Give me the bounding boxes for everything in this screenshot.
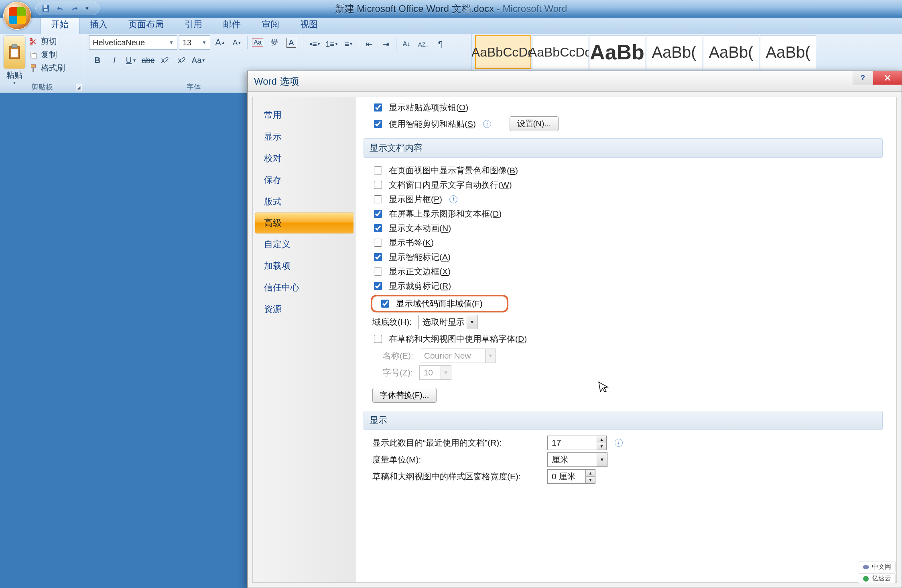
nav-resources[interactable]: 资源 xyxy=(253,298,356,320)
superscript-button[interactable]: x2 xyxy=(173,53,190,67)
opt-bg-image: 在页面视图中显示背景色和图像(B) xyxy=(364,163,883,178)
spin-down-icon[interactable]: ▼ xyxy=(597,443,606,450)
nav-display[interactable]: 显示 xyxy=(253,126,356,148)
settings-button[interactable]: 设置(N)... xyxy=(510,116,559,131)
spin-down-icon[interactable]: ▼ xyxy=(586,477,595,484)
nav-addins[interactable]: 加载项 xyxy=(253,255,356,277)
recent-docs-label: 显示此数目的“最近使用的文档”(R): xyxy=(372,437,541,448)
paste-button[interactable] xyxy=(3,35,26,69)
checkbox-bg-image[interactable] xyxy=(374,166,382,174)
nav-customize[interactable]: 自定义 xyxy=(253,233,356,255)
checkbox-pic-frame[interactable] xyxy=(374,195,382,203)
scissors-icon xyxy=(29,37,38,46)
section-document-content: 显示文档内容 xyxy=(364,138,883,158)
recent-docs-spinner[interactable]: 17▲▼ xyxy=(547,436,607,450)
nav-save[interactable]: 保存 xyxy=(253,169,356,191)
spin-up-icon[interactable]: ▲ xyxy=(586,470,595,477)
tab-mailings[interactable]: 邮件 xyxy=(213,15,251,34)
checkbox-draw-text[interactable] xyxy=(374,210,382,218)
strikethrough-button[interactable]: abc xyxy=(140,53,156,67)
tab-layout[interactable]: 页面布局 xyxy=(118,15,174,34)
clear-format-button[interactable]: Aa xyxy=(249,35,266,50)
sort-button[interactable]: A↓ xyxy=(398,37,415,51)
nav-proofing[interactable]: 校对 xyxy=(253,148,356,169)
redo-icon[interactable] xyxy=(70,4,79,13)
checkbox-text-border[interactable] xyxy=(374,268,382,276)
change-case-button[interactable]: Aa▼ xyxy=(190,53,207,67)
italic-button[interactable]: I xyxy=(106,53,123,67)
checkbox-smart-cutpaste[interactable] xyxy=(374,120,382,128)
qat-dropdown-icon[interactable]: ▼ xyxy=(85,6,89,11)
bold-button[interactable]: B xyxy=(89,53,106,67)
checkbox-wrap[interactable] xyxy=(374,181,382,189)
tab-view[interactable]: 视图 xyxy=(290,15,328,34)
checkbox-smart-tag[interactable] xyxy=(374,253,382,261)
copy-button[interactable]: 复制 xyxy=(29,49,65,60)
style-area-spinner[interactable]: 0 厘米▲▼ xyxy=(547,469,595,484)
nav-general[interactable]: 常用 xyxy=(253,104,356,126)
subscript-button[interactable]: x2 xyxy=(156,53,173,67)
font-name-combo[interactable]: HelveticaNeue▼ xyxy=(89,35,177,50)
copy-icon xyxy=(29,51,38,59)
cloud-logo-icon xyxy=(862,575,869,582)
chevron-down-icon: ▼ xyxy=(467,315,477,329)
checkbox-paste-options[interactable] xyxy=(374,103,382,112)
tab-insert[interactable]: 插入 xyxy=(79,15,118,34)
svg-rect-9 xyxy=(32,53,36,59)
group-clipboard-label: 剪贴板 xyxy=(0,82,84,92)
char-border-button[interactable]: A xyxy=(283,35,300,50)
chevron-down-icon: ▼ xyxy=(202,40,207,45)
format-painter-button[interactable]: 格式刷 xyxy=(29,63,65,73)
nav-format[interactable]: 版式 xyxy=(253,191,356,213)
checkbox-draft-font[interactable] xyxy=(374,335,382,343)
tab-references[interactable]: 引用 xyxy=(174,15,213,34)
style-item-heading1[interactable]: AaBb xyxy=(589,35,645,69)
info-icon[interactable]: i xyxy=(483,120,491,128)
phonetic-guide-button[interactable]: 變 xyxy=(266,35,283,50)
checkbox-field-codes[interactable] xyxy=(381,300,389,308)
svg-rect-10 xyxy=(31,64,36,67)
grow-font-button[interactable]: A▲ xyxy=(212,35,229,50)
nav-trust[interactable]: 信任中心 xyxy=(253,277,356,298)
dialog-close-button[interactable] xyxy=(873,71,902,85)
tab-review[interactable]: 审阅 xyxy=(251,15,290,34)
font-substitution-button[interactable]: 字体替换(F)... xyxy=(372,388,437,403)
sort-button2[interactable]: AZ↓ xyxy=(415,37,432,51)
style-item-normal[interactable]: AaBbCcDd xyxy=(475,35,531,69)
field-shading-combo[interactable]: 选取时显示▼ xyxy=(418,315,477,329)
info-icon[interactable]: i xyxy=(615,439,623,447)
tab-home[interactable]: 开始 xyxy=(40,15,79,34)
group-clipboard: 粘贴 ▼ 剪切 复制 格式刷 剪贴板 ◢ xyxy=(0,34,84,93)
spin-up-icon[interactable]: ▲ xyxy=(597,436,606,443)
style-item-subtitle[interactable]: AaBb( xyxy=(760,35,816,69)
checkbox-bookmark[interactable] xyxy=(374,239,382,247)
unit-combo[interactable]: 厘米▼ xyxy=(547,452,607,467)
decrease-indent-button[interactable]: ⇤ xyxy=(361,37,378,51)
font-size-combo[interactable]: 13▼ xyxy=(179,35,210,50)
style-item-title[interactable]: AaBb( xyxy=(703,35,759,69)
increase-indent-button[interactable]: ⇥ xyxy=(378,37,394,51)
style-item-nospacing[interactable]: AaBbCcDd xyxy=(532,35,588,69)
draft-font-size-combo: 10▼ xyxy=(419,365,451,380)
undo-icon[interactable] xyxy=(56,4,65,13)
opt-text-border: 显示正文边框(X) xyxy=(364,264,883,279)
show-marks-button[interactable]: ¶ xyxy=(432,37,449,51)
info-icon[interactable]: i xyxy=(449,195,457,203)
dialog-content[interactable]: 显示粘贴选项按钮(O) 使用智能剪切和粘贴(S) i 设置(N)... 显示文档… xyxy=(356,97,896,582)
cut-button[interactable]: 剪切 xyxy=(29,36,65,47)
dialog-help-button[interactable]: ? xyxy=(853,71,873,85)
underline-button[interactable]: U▼ xyxy=(123,53,140,67)
bullets-button[interactable]: •≡▼ xyxy=(307,37,323,51)
save-icon[interactable] xyxy=(41,4,50,13)
numbering-button[interactable]: 1≡▼ xyxy=(323,37,340,51)
dialog-title-label: Word 选项 xyxy=(254,75,299,88)
style-item-heading2[interactable]: AaBb( xyxy=(646,35,702,69)
opt-field-codes-highlighted: 显示域代码而非域值(F) xyxy=(371,295,508,312)
multilevel-button[interactable]: ≡▼ xyxy=(340,37,357,51)
office-button[interactable] xyxy=(3,2,31,30)
checkbox-crop-marks[interactable] xyxy=(374,282,382,290)
nav-advanced[interactable]: 高级 xyxy=(255,213,353,233)
shrink-font-button[interactable]: A▼ xyxy=(229,35,246,50)
clipboard-dialog-launcher[interactable]: ◢ xyxy=(75,84,82,91)
checkbox-text-anim[interactable] xyxy=(374,224,382,232)
